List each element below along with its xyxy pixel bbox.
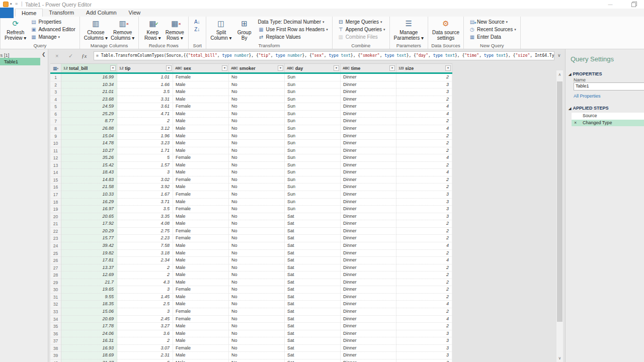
cell[interactable]: Sat xyxy=(285,359,341,362)
cell[interactable]: Dinner xyxy=(341,74,396,81)
row-number[interactable]: 12 xyxy=(50,154,61,162)
row-number[interactable]: 35 xyxy=(50,323,61,330)
cell[interactable]: Sat xyxy=(285,279,341,287)
row-number[interactable]: 8 xyxy=(50,125,61,133)
filter-dropdown-icon[interactable]: ▾ xyxy=(278,65,283,71)
cell[interactable]: 20.65 xyxy=(61,213,117,221)
data-source-settings-button[interactable]: ⚙Data sourcesettings xyxy=(431,18,461,41)
cell[interactable]: No xyxy=(229,206,285,213)
cell[interactable]: Male xyxy=(173,96,229,104)
cell[interactable]: 3.92 xyxy=(117,184,173,191)
cell[interactable]: Male xyxy=(173,294,229,301)
use-first-row-as-headers-button[interactable]: ▦Use First Row as Headers▾ xyxy=(257,26,330,33)
cell[interactable]: No xyxy=(229,323,285,330)
cell[interactable]: 4.08 xyxy=(117,220,173,228)
cell[interactable]: 1.45 xyxy=(117,294,173,301)
cell[interactable]: 4 xyxy=(396,111,452,118)
manage-button[interactable]: ▦Manage▾ xyxy=(29,33,76,41)
cell[interactable]: 4 xyxy=(396,301,452,308)
cell[interactable]: 3 xyxy=(117,286,173,294)
cell[interactable]: 20.29 xyxy=(61,228,117,235)
cell[interactable]: 23.68 xyxy=(61,96,117,104)
cell[interactable]: 1.67 xyxy=(117,191,173,199)
cell[interactable]: 3 xyxy=(396,191,452,199)
qat-customize-icon[interactable]: = xyxy=(15,1,18,6)
cell[interactable]: Male xyxy=(173,133,229,140)
cell[interactable]: No xyxy=(229,316,285,323)
cell[interactable]: Sat xyxy=(285,213,341,221)
cell[interactable]: No xyxy=(229,169,285,176)
cell[interactable]: No xyxy=(229,279,285,287)
cell[interactable]: Dinner xyxy=(341,118,396,125)
keep-rows-button[interactable]: ▦✓KeepRows ▾ xyxy=(141,18,164,41)
cell[interactable]: No xyxy=(229,330,285,338)
cell[interactable]: 26.88 xyxy=(61,125,117,133)
row-number[interactable]: 39 xyxy=(50,352,61,359)
cell[interactable]: No xyxy=(229,133,285,140)
cell[interactable]: Sun xyxy=(285,162,341,169)
cell[interactable]: Male xyxy=(173,242,229,250)
cell[interactable]: 9.55 xyxy=(61,294,117,301)
cell[interactable]: No xyxy=(229,125,285,133)
cell[interactable]: Sun xyxy=(285,191,341,199)
cell[interactable]: Dinner xyxy=(341,154,396,162)
filter-dropdown-icon[interactable]: ▾ xyxy=(389,65,395,71)
cell[interactable]: 3 xyxy=(396,337,452,345)
cell[interactable]: 3.27 xyxy=(117,323,173,330)
cell[interactable]: No xyxy=(229,235,285,242)
cell[interactable]: Dinner xyxy=(341,257,396,264)
row-number[interactable]: 7 xyxy=(50,118,61,125)
cell[interactable]: 2 xyxy=(396,133,452,140)
cell[interactable]: Male xyxy=(173,272,229,279)
cell[interactable]: No xyxy=(229,162,285,169)
cell[interactable]: 2 xyxy=(396,323,452,330)
cell[interactable]: No xyxy=(229,301,285,308)
vertical-scrollbar[interactable]: ∧ ∨ xyxy=(556,70,563,362)
cell[interactable]: 18.35 xyxy=(61,301,117,308)
sort-ascending-button[interactable]: A↓ xyxy=(192,18,203,26)
cell[interactable]: 3.35 xyxy=(117,213,173,221)
row-number[interactable]: 16 xyxy=(50,184,61,191)
query-name-input[interactable]: Table1 xyxy=(574,82,644,90)
cell[interactable]: Male xyxy=(173,169,229,176)
cell[interactable]: Female xyxy=(173,191,229,199)
cell[interactable]: Female xyxy=(173,308,229,316)
merge-queries-button[interactable]: ⊟Merge Queries▾ xyxy=(336,18,387,26)
new-source-button[interactable]: ▤+New Source▾ xyxy=(467,18,518,26)
row-number[interactable]: 22 xyxy=(50,228,61,235)
cell[interactable]: 3.23 xyxy=(117,140,173,147)
cell[interactable]: 5 xyxy=(117,359,173,362)
cell[interactable]: Male xyxy=(173,257,229,264)
cell[interactable]: Dinner xyxy=(341,213,396,221)
cell[interactable]: No xyxy=(229,352,285,359)
cell[interactable]: 17.78 xyxy=(61,323,117,330)
cell[interactable]: Dinner xyxy=(341,147,396,155)
cell[interactable]: Male xyxy=(173,118,229,125)
cell[interactable]: 19.82 xyxy=(61,250,117,257)
cell[interactable]: Dinner xyxy=(341,272,396,279)
row-number[interactable]: 40 xyxy=(50,359,61,362)
cell[interactable]: Dinner xyxy=(341,191,396,199)
select-all-button[interactable]: ▦▾ xyxy=(50,64,61,72)
cell[interactable]: Male xyxy=(173,213,229,221)
cell[interactable]: Sun xyxy=(285,96,341,104)
cell[interactable]: Sat xyxy=(285,257,341,264)
cell[interactable]: 3.18 xyxy=(117,250,173,257)
cell[interactable]: 2 xyxy=(396,235,452,242)
column-header-smoker[interactable]: ABCsmoker▾ xyxy=(229,64,285,72)
cell[interactable]: 2 xyxy=(117,118,173,125)
cell[interactable]: No xyxy=(229,294,285,301)
row-number[interactable]: 29 xyxy=(50,279,61,287)
cell[interactable]: No xyxy=(229,213,285,221)
cell[interactable]: Male xyxy=(173,279,229,287)
cell[interactable]: Dinner xyxy=(341,250,396,257)
cell[interactable]: Sun xyxy=(285,74,341,81)
cell[interactable]: No xyxy=(229,337,285,345)
cell[interactable]: Male xyxy=(173,359,229,362)
applied-step-changed-type[interactable]: ×Changed Type xyxy=(572,120,644,127)
cell[interactable]: Sat xyxy=(285,345,341,352)
cell[interactable]: 3 xyxy=(396,81,452,89)
cell[interactable]: Dinner xyxy=(341,359,396,362)
cell[interactable]: No xyxy=(229,191,285,199)
cell[interactable]: Female xyxy=(173,154,229,162)
